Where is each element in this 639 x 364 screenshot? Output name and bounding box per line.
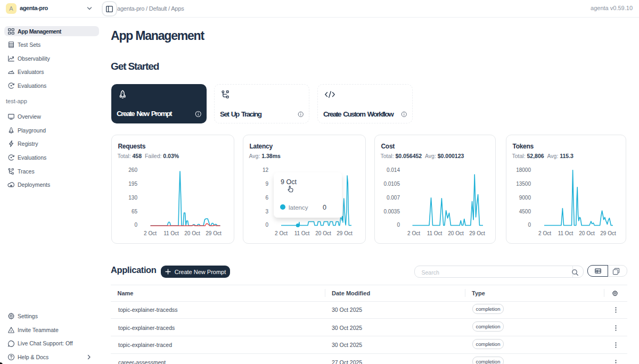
svg-text:9 Oct: 9 Oct [281,178,297,186]
svg-text:20 Oct: 20 Oct [184,230,200,236]
svg-text:9: 9 [265,181,268,187]
svg-text:29 Oct: 29 Oct [206,230,222,236]
svg-text:11 Oct: 11 Oct [427,230,443,236]
svg-text:18000: 18000 [516,167,531,173]
svg-text:0.014: 0.014 [387,167,400,173]
svg-text:6: 6 [265,195,268,201]
svg-text:29 Oct: 29 Oct [600,230,616,236]
svg-text:11 Oct: 11 Oct [163,230,179,236]
svg-text:11 Oct: 11 Oct [558,230,574,236]
svg-text:20 Oct: 20 Oct [315,230,331,236]
svg-text:260: 260 [128,167,137,173]
svg-text:2 Oct: 2 Oct [144,230,157,236]
svg-text:4500: 4500 [519,209,531,214]
svg-text:0: 0 [134,222,137,228]
svg-text:0.007: 0.007 [387,195,400,201]
svg-text:65: 65 [132,209,138,214]
svg-text:2 Oct: 2 Oct [538,230,551,236]
svg-text:11 Oct: 11 Oct [294,230,310,236]
svg-text:29 Oct: 29 Oct [469,230,485,236]
svg-text:0: 0 [265,222,268,228]
svg-text:0.0105: 0.0105 [383,181,400,187]
svg-text:130: 130 [128,195,137,201]
svg-text:0: 0 [528,222,531,228]
svg-text:12: 12 [263,167,269,173]
svg-text:latency: latency [289,204,308,211]
svg-text:29 Oct: 29 Oct [337,230,353,236]
svg-text:20 Oct: 20 Oct [448,230,464,236]
svg-text:0: 0 [397,222,400,228]
svg-text:9000: 9000 [519,195,531,201]
svg-text:3: 3 [265,209,268,214]
svg-text:2 Oct: 2 Oct [407,230,420,236]
svg-text:20 Oct: 20 Oct [579,230,595,236]
svg-text:0.0035: 0.0035 [383,209,400,214]
svg-text:13500: 13500 [516,181,531,187]
svg-text:195: 195 [128,181,137,187]
svg-text:2 Oct: 2 Oct [275,230,288,236]
svg-text:0: 0 [323,204,326,211]
